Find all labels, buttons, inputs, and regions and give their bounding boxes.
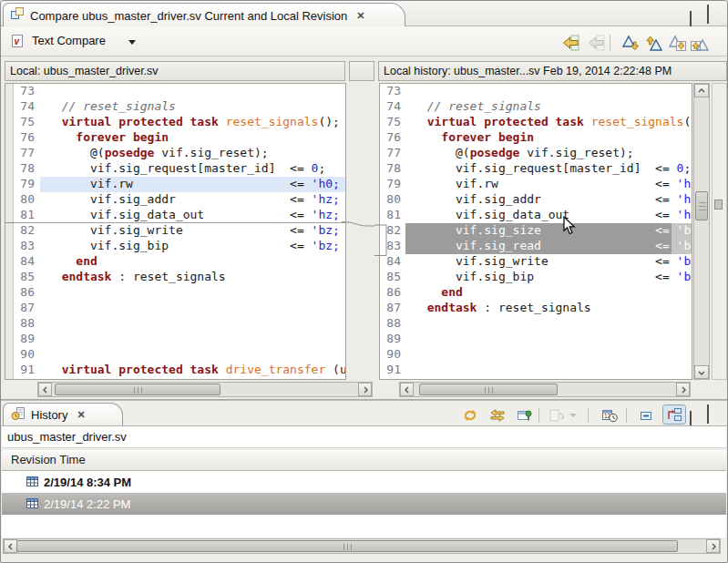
code-line[interactable]: vif.sig_data_out <= 'hz; [40,208,345,223]
code-line[interactable]: forever begin [40,130,345,146]
compare-mode-label: Text Compare [32,34,106,47]
code-line[interactable] [40,285,345,301]
line-number: 91 [14,363,39,378]
code-line[interactable]: // reset_signals [40,99,345,115]
code-line[interactable]: vif.sig_addr <= 'hz; [40,192,345,208]
scrollbar-thumb[interactable] [16,540,678,552]
line-number: 91 [380,363,405,378]
code-line[interactable] [405,363,692,378]
link-with-editor-button[interactable] [488,406,507,425]
history-file-label: ubus_master_driver.sv [2,426,726,448]
code-line[interactable] [40,347,345,363]
line-number: 86 [380,285,405,301]
history-horizontal-scrollbar[interactable] [3,538,721,554]
compare-header-gap [349,61,374,81]
code-line[interactable]: vif.sig_bip <= 'bz; [405,270,692,285]
code-line[interactable]: endtask : reset_signals [405,301,692,316]
line-number: 81 [380,208,405,223]
scrollbar-thumb[interactable] [695,191,708,220]
line-number: 76 [14,130,39,146]
diff-overview-ruler[interactable] [712,83,727,380]
line-number: 82 [14,223,39,239]
scroll-right-button[interactable] [706,539,720,553]
scroll-right-button[interactable] [358,383,372,396]
chevron-down-icon[interactable] [568,406,579,425]
scroll-up-button[interactable] [694,84,709,97]
tab-compare-editor[interactable]: Compare ubus_master_driver.sv Current an… [3,3,405,27]
compare-area: Local: ubus_master_driver.sv Local histo… [1,56,727,400]
scroll-left-button[interactable] [4,539,17,553]
copy-current-right-to-left-button[interactable] [586,33,606,53]
history-revision-row[interactable]: 2/19/14 8:34 PM [2,471,726,493]
scroll-left-button[interactable] [38,383,52,396]
line-number: 79 [380,177,405,192]
code-line[interactable]: forever begin [405,130,692,146]
scroll-down-button[interactable] [694,365,709,379]
code-line[interactable]: @(posedge vif.sig_reset); [405,146,692,161]
group-revisions-toggle[interactable] [662,404,686,425]
diff-overview-marker[interactable] [714,200,723,210]
line-number: 88 [14,316,39,332]
code-line[interactable]: vif.rw <= 'h0; [405,177,692,192]
code-line[interactable]: // reset_signals [405,99,692,115]
code-line[interactable]: vif.sig_request[master_id] <= 0; [40,161,345,177]
date-time-format-button[interactable]: 12 [600,406,619,425]
close-icon[interactable]: ✕ [356,10,364,22]
scrollbar-thumb[interactable] [55,384,220,395]
code-line[interactable]: vif.sig_request[master_id] <= 0; [405,161,692,177]
code-line[interactable] [405,332,692,347]
code-line[interactable]: end [40,254,345,270]
compare-with-button[interactable] [548,406,566,425]
code-line[interactable]: vif.sig_write <= 'bz; [405,254,692,270]
vertical-scrollbar[interactable] [693,83,710,380]
code-line[interactable]: end [405,285,692,301]
history-tab-label: History [31,408,67,422]
code-line[interactable]: virtual protected task reset_signals(); [40,115,345,130]
code-line[interactable] [405,84,692,99]
code-line[interactable] [405,347,692,363]
code-line[interactable]: endtask : reset_signals [40,270,345,285]
chevron-down-icon[interactable] [128,40,136,45]
code-line[interactable] [40,84,345,99]
code-line[interactable]: vif.rw <= 'h0; [40,177,345,192]
line-number: 74 [14,99,39,115]
code-line[interactable]: vif.sig_bip <= 'bz; [40,239,345,254]
horizontal-scrollbar-left[interactable] [37,382,373,397]
line-number: 83 [14,239,39,254]
previous-change-button[interactable] [690,33,710,53]
pin-view-button[interactable] [516,406,534,425]
refresh-button[interactable] [461,406,479,425]
close-icon[interactable]: ✕ [77,409,85,421]
tab-history[interactable]: History ✕ [3,403,123,426]
previous-difference-button[interactable] [644,33,664,53]
line-number: 76 [380,130,405,146]
line-number: 74 [380,99,405,115]
scroll-left-button[interactable] [400,383,414,396]
scroll-right-button[interactable] [676,383,690,396]
code-line[interactable] [40,301,345,316]
maximize-view-button[interactable] [707,407,709,424]
code-line[interactable]: vif.sig_write <= 'bz; [40,223,345,239]
toolbar-separator [626,408,627,423]
revision-time-column-header[interactable]: Revision Time [2,450,726,471]
maximize-editor-button[interactable] [707,7,709,24]
code-line[interactable] [405,316,692,332]
code-line[interactable]: vif.sig_size <= 'bz; [405,223,692,239]
code-line[interactable]: @(posedge vif.sig_reset); [40,146,345,161]
code-line[interactable]: virtual protected task drive_transfer (u… [40,363,345,378]
code-line[interactable]: virtual protected task reset_signals(); [405,115,692,130]
scrollbar-thumb[interactable] [419,384,558,395]
code-line[interactable]: vif.sig_data_out <= 'hz; [405,208,692,223]
code-line[interactable] [40,316,345,332]
next-change-button[interactable] [667,33,687,53]
copy-all-right-to-left-button[interactable] [560,33,580,53]
history-revision-row[interactable]: 2/19/14 2:22 PM [2,493,726,515]
code-line[interactable] [40,332,345,347]
collapse-all-button[interactable] [637,406,655,425]
diff-insertion-line [14,222,345,223]
code-line[interactable]: vif.sig_read <= 'bz; [405,239,692,254]
next-difference-button[interactable] [620,33,641,53]
horizontal-scrollbar-right[interactable] [399,382,691,397]
left-code-pane: 73747576777879808182838485868788899091 /… [5,83,346,380]
code-line[interactable]: vif.sig_addr <= 'hz; [405,192,692,208]
